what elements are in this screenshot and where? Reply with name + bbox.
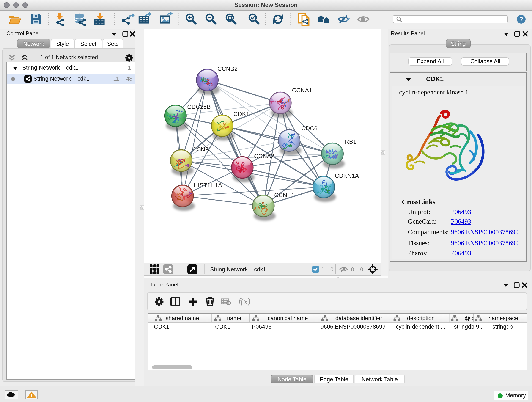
svg-text:1 – 0: 1 – 0	[321, 266, 333, 273]
svg-text:database identifier: database identifier	[336, 315, 382, 321]
svg-text:RB1: RB1	[345, 138, 356, 145]
svg-text:@id: @id	[464, 315, 475, 321]
svg-text:f(x): f(x)	[239, 296, 251, 306]
svg-text:namespace: namespace	[488, 315, 518, 321]
svg-text:CCNE1: CCNE1	[274, 191, 294, 198]
svg-text:CDK1: CDK1	[234, 110, 249, 117]
svg-text:CDC6: CDC6	[301, 125, 317, 132]
svg-text:0 – 0: 0 – 0	[351, 266, 363, 273]
svg-text:CCNA2: CCNA2	[254, 153, 274, 160]
svg-text:name: name	[227, 315, 241, 321]
svg-text:String Network – cdk1: String Network – cdk1	[210, 266, 266, 273]
svg-text:HIST1H1A: HIST1H1A	[194, 182, 222, 189]
svg-text:description: description	[407, 315, 435, 321]
svg-text:CCNB2: CCNB2	[217, 65, 238, 72]
svg-text:shared name: shared name	[166, 315, 199, 321]
svg-text:?: ?	[519, 16, 523, 23]
svg-text:CDC25B: CDC25B	[187, 103, 211, 110]
svg-text:CCNB1: CCNB1	[192, 146, 212, 153]
svg-text:CCNA1: CCNA1	[292, 87, 312, 94]
svg-text:canonical name: canonical name	[268, 315, 308, 321]
svg-text:CDKN1A: CDKN1A	[335, 172, 359, 179]
